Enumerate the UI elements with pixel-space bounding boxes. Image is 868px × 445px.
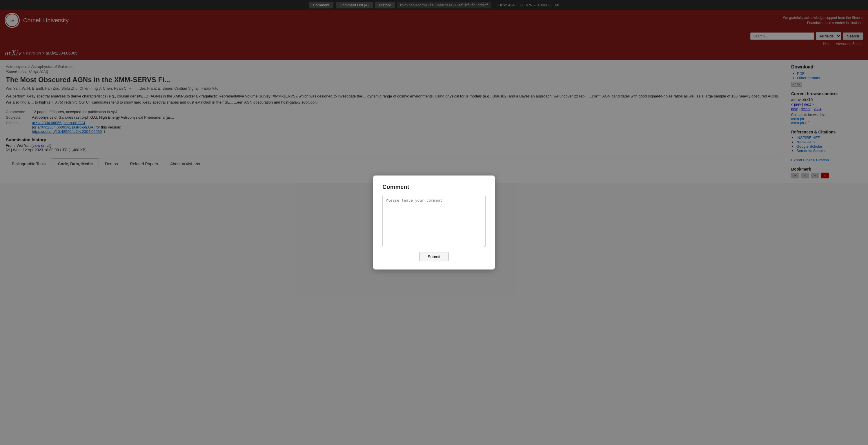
modal-overlay[interactable]: Comment Submit: [0, 0, 868, 183]
comment-modal: Comment Submit: [373, 176, 495, 183]
